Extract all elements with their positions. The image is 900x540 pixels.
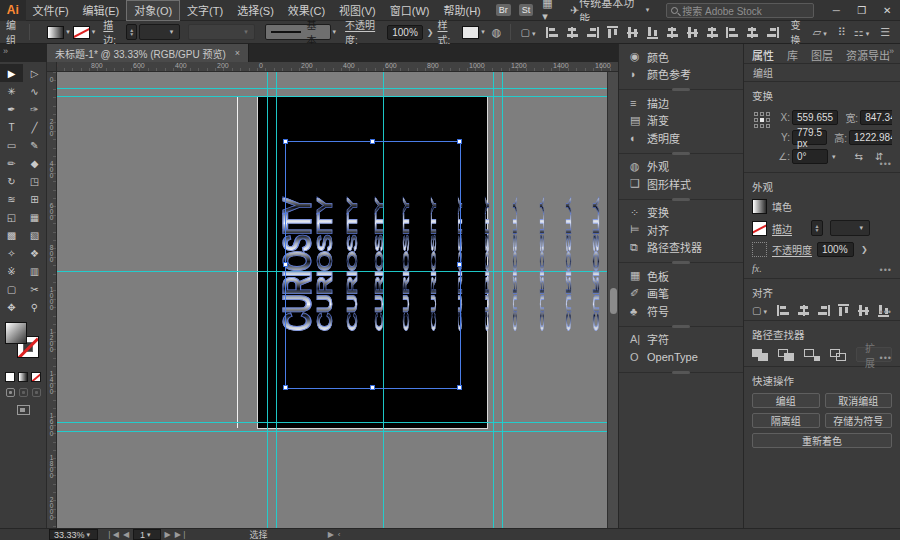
eraser-tool[interactable]: ◆ bbox=[23, 154, 46, 172]
panel-strip-item-appearance[interactable]: ◍外观 bbox=[619, 158, 743, 176]
pathfinder-minus-front-icon[interactable] bbox=[778, 349, 794, 361]
align-r-icon[interactable] bbox=[586, 27, 599, 38]
panel-strip-item-gradient[interactable]: ▤渐变 bbox=[619, 112, 743, 130]
tab-属性[interactable]: 属性 bbox=[752, 47, 774, 63]
pathfinder-intersect-icon[interactable] bbox=[804, 349, 820, 361]
artboard-number-field[interactable]: 1 ▾ bbox=[133, 529, 161, 540]
type-tool[interactable]: T bbox=[0, 118, 23, 136]
selection-tool[interactable]: ▶ bbox=[0, 64, 23, 82]
panel-strip-item-stroke[interactable]: ≡描边 bbox=[619, 94, 743, 112]
document-setup-icon[interactable]: ◍ bbox=[492, 26, 502, 39]
chevron-down-icon[interactable]: ▾ bbox=[481, 28, 485, 36]
chevron-down-icon[interactable]: ▾ bbox=[832, 153, 836, 161]
effects-button[interactable]: fx. bbox=[752, 263, 892, 274]
align-to-selection-icon[interactable]: ▢▾ bbox=[520, 27, 538, 38]
style-label[interactable]: 样式: bbox=[438, 17, 459, 47]
panel-strip-item-align[interactable]: ⊨对齐 bbox=[619, 221, 743, 239]
chevron-down-icon[interactable]: ▾ bbox=[333, 28, 337, 36]
stroke-weight-dropdown[interactable]: ▾ bbox=[830, 220, 870, 236]
hand-tool[interactable]: ✥ bbox=[0, 298, 23, 316]
menu-item[interactable]: 选择(S) bbox=[230, 0, 281, 21]
align-b-icon[interactable] bbox=[647, 26, 658, 39]
align-l-icon[interactable] bbox=[777, 305, 790, 316]
mesh-tool[interactable]: ▩ bbox=[0, 226, 23, 244]
panel-strip-item-transparency[interactable]: ◐透明度 bbox=[619, 129, 743, 147]
close-button[interactable]: ✕ bbox=[875, 2, 900, 18]
align-m-icon[interactable] bbox=[627, 26, 638, 39]
opacity-field[interactable]: 100% bbox=[817, 242, 854, 257]
y-position-field[interactable]: 779.5 px bbox=[792, 130, 827, 145]
lasso-tool[interactable]: ∿ bbox=[23, 82, 46, 100]
previous-artboard-icon[interactable]: ◀ bbox=[123, 530, 129, 539]
last-artboard-icon[interactable]: ▶❘ bbox=[175, 530, 188, 539]
opacity-field[interactable]: 100% bbox=[387, 25, 423, 40]
horizontal-ruler[interactable]: 0080060040020002004006008001000120014001… bbox=[47, 62, 618, 72]
panel-strip-item-graphic-styles[interactable]: ❑图形样式 bbox=[619, 175, 743, 193]
quick-action-button[interactable]: 取消编组 bbox=[825, 393, 893, 408]
panel-strip-item-pathfinder[interactable]: ⧉路径查找器 bbox=[619, 239, 743, 257]
stroke-weight-label[interactable]: 描边: bbox=[103, 17, 124, 47]
rotation-field[interactable]: 0° bbox=[792, 149, 828, 164]
opacity-expand-icon[interactable]: ❯ bbox=[427, 28, 434, 37]
vertical-guide[interactable] bbox=[267, 72, 268, 528]
next-artboard-icon[interactable]: ▶ bbox=[165, 530, 171, 539]
width-tool[interactable]: ≋ bbox=[0, 190, 23, 208]
menu-item[interactable]: 窗口(W) bbox=[383, 0, 437, 21]
settings-sliders-icon[interactable]: ⚏▾ bbox=[854, 26, 872, 39]
color-button[interactable] bbox=[5, 372, 15, 382]
artboard-tool[interactable]: ▢ bbox=[0, 280, 23, 298]
status-expand-icon[interactable]: ▶ bbox=[328, 530, 334, 539]
align-c-icon[interactable] bbox=[666, 27, 679, 38]
pathfinder-exclude-icon[interactable] bbox=[830, 349, 846, 361]
flip-horizontal-icon[interactable]: ⇆ bbox=[855, 151, 863, 162]
draw-inside-button[interactable] bbox=[32, 388, 41, 397]
touch-workspace-icon[interactable]: ⠿ bbox=[838, 26, 846, 39]
tab-库[interactable]: 库 bbox=[787, 47, 798, 63]
style-swatch[interactable] bbox=[462, 26, 479, 39]
vertical-scrollbar[interactable] bbox=[607, 72, 618, 528]
opacity-expand-icon[interactable]: ❯ bbox=[861, 245, 868, 254]
stroke-swatch[interactable] bbox=[752, 221, 767, 236]
scale-tool[interactable]: ◳ bbox=[23, 172, 46, 190]
menu-item[interactable]: 文件(F) bbox=[26, 0, 76, 21]
pathfinder-unite-icon[interactable] bbox=[752, 349, 768, 361]
panel-strip-item-color-guide[interactable]: ◗颜色参考 bbox=[619, 66, 743, 84]
status-collapse-icon[interactable]: ‹ bbox=[338, 530, 341, 539]
chevron-down-icon[interactable]: ▾ bbox=[66, 28, 70, 36]
minimize-button[interactable]: ─ bbox=[824, 2, 850, 18]
stroke-weight-dropdown[interactable]: ▾ bbox=[139, 24, 180, 40]
direct-selection-tool[interactable]: ▷ bbox=[23, 64, 46, 82]
tab-资源导出[interactable]: 资源导出 bbox=[846, 47, 890, 63]
panel-strip-item-opentype[interactable]: OOpenType bbox=[619, 348, 743, 366]
panel-strip-item-transform[interactable]: ⁘变换 bbox=[619, 204, 743, 222]
line-segment-tool[interactable]: ╱ bbox=[23, 118, 46, 136]
transform-label[interactable]: 变换 bbox=[790, 17, 808, 47]
align-c-icon[interactable] bbox=[706, 27, 719, 38]
bridge-button[interactable]: Br bbox=[496, 4, 511, 16]
pencil-tool[interactable]: ✏ bbox=[0, 154, 23, 172]
chevron-down-icon[interactable]: ▾ bbox=[92, 28, 96, 36]
stroke-label[interactable]: 描边 bbox=[772, 221, 792, 236]
share-icon[interactable]: ✈ bbox=[570, 4, 579, 17]
shape-builder-tool[interactable]: ◱ bbox=[0, 208, 23, 226]
stroke-weight-stepper[interactable]: ▲▼ bbox=[811, 220, 823, 236]
align-l-icon[interactable] bbox=[726, 27, 739, 38]
stroke-weight-stepper[interactable]: ▲▼ bbox=[126, 24, 137, 40]
pen-tool[interactable]: ✒ bbox=[0, 100, 23, 118]
blend-tool[interactable]: ❖ bbox=[23, 244, 46, 262]
screen-mode-button[interactable] bbox=[17, 405, 30, 415]
draw-behind-button[interactable] bbox=[19, 388, 28, 397]
align-to-icon[interactable]: ▢▾ bbox=[752, 305, 770, 316]
horizontal-guide[interactable] bbox=[57, 422, 607, 423]
eyedropper-tool[interactable]: ✧ bbox=[0, 244, 23, 262]
x-position-field[interactable]: 559.655 bbox=[792, 110, 838, 125]
document-tab[interactable]: 未标题-1* @ 33.33% (RGB/GPU 预览) × bbox=[47, 44, 249, 62]
panel-strip-item-brushes[interactable]: ✐画笔 bbox=[619, 285, 743, 303]
vertical-ruler[interactable]: 0200400600800100012001400160018002000 bbox=[47, 72, 57, 528]
collapse-panels-icon[interactable]: » bbox=[3, 46, 8, 56]
brush-definition-dropdown[interactable]: 基本 bbox=[265, 24, 331, 40]
paintbrush-tool[interactable]: ✎ bbox=[23, 136, 46, 154]
stroke-swatch[interactable] bbox=[73, 26, 90, 39]
menu-item[interactable]: 对象(O) bbox=[126, 0, 180, 21]
panel-strip-item-symbols[interactable]: ♣符号 bbox=[619, 302, 743, 320]
